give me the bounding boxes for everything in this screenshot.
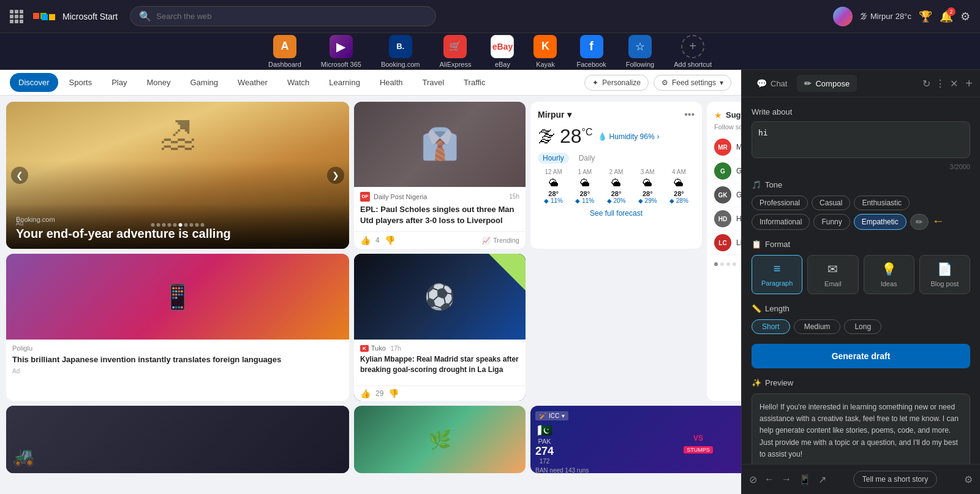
suggested-item-liverpool: LC Liverpool.com + [714,231,741,255]
format-ideas[interactable]: 💡 Ideas [864,255,914,294]
tab-health[interactable]: Health [371,73,412,92]
weather-humidity[interactable]: 💧 Humidity 96% › [598,132,660,141]
sidebar-add-btn[interactable]: + [965,77,973,91]
tab-play[interactable]: Play [103,73,135,92]
stop-icon[interactable]: ⊘ [749,474,757,485]
weather-tab-hourly[interactable]: Hourly [538,153,569,164]
shortcut-aliexpress[interactable]: 🛒 AliExpress [439,35,471,68]
weather-location[interactable]: Mirpur ▾ [538,110,571,120]
dislike-icon-scholes[interactable]: 👎 [385,235,395,245]
poliglu-source: Poliglu [12,344,343,352]
tone-empathetic[interactable]: Empathetic [854,214,907,230]
weather-icon-top: 🌫 [860,12,868,21]
shortcut-facebook[interactable]: f Facebook [576,35,606,68]
footer-settings-icon[interactable]: ⚙ [964,474,973,485]
shortcut-following[interactable]: ☆ Following [626,35,654,68]
notification-icon[interactable]: 🔔2 [940,10,953,23]
cricket-team-pak: 🇵🇰 PAK 274 172 [535,423,554,465]
generate-draft-button[interactable]: Generate draft [752,344,970,368]
weather-temp-main: 28°C [560,125,593,148]
weather-hour-2: 2 AM 🌥 28° ◆ 20% [600,169,631,204]
big-card[interactable]: 🏖 Booking.com Your end-of-year adventure… [6,102,349,249]
shortcut-microsoft365[interactable]: ▶ Microsoft 365 [321,35,361,68]
tone-casual[interactable]: Casual [812,196,850,210]
big-card-source: Booking.com [16,216,339,223]
sidebar-tab-compose[interactable]: ✏ Compose [797,75,857,92]
tone-buttons: Professional Casual Enthusiastic Informa… [752,196,970,230]
suggested-card: ★ Suggested for you ⋯ Follow sources to … [707,102,741,401]
tone-funny[interactable]: Funny [813,214,850,230]
tone-enthusiastic[interactable]: Enthusiastic [854,196,910,210]
news-card-scholes[interactable]: 👔 DP Daily Post Nigeria 15h EPL: Paul Sc… [354,102,526,249]
close-sidebar-icon[interactable]: ✕ [950,78,958,89]
nav-tab-right: ✦ Personalize ⚙ Feed settings ▾ [584,75,731,91]
bottom-video-card[interactable]: 🌿 [354,406,526,473]
tab-discover[interactable]: Discover [10,73,58,92]
tab-travel[interactable]: Travel [413,73,453,92]
weather-forecast-btn[interactable]: See full forecast [538,209,695,218]
mbappe-card[interactable]: ⚽ K Tuko 17h Kylian Mbappe: Real Madrid … [354,254,526,401]
tone-professional[interactable]: Professional [752,196,808,210]
share-icon[interactable]: ↗ [818,474,826,485]
grid-icon[interactable] [10,10,23,23]
dislike-icon-mbappe[interactable]: 👎 [388,389,399,398]
tone-arrow: ← [932,214,944,230]
weather-hour-4: 4 AM 🌥 28° ◆ 28% [663,169,695,204]
like-icon-mbappe[interactable]: 👍 [360,389,371,398]
tab-gaming[interactable]: Gaming [181,73,227,92]
search-bar[interactable]: 🔍 [130,6,436,26]
mobile-icon[interactable]: 📱 [799,474,811,485]
shortcut-add[interactable]: + Add shortcut [674,35,712,68]
tone-informational[interactable]: Informational [752,214,810,230]
user-location: Mirpur [870,12,893,21]
mbappe-title: Kylian Mbappe: Real Madrid star speaks a… [360,354,519,375]
tab-sports[interactable]: Sports [61,73,101,92]
trophy-icon[interactable]: 🏆 [919,10,932,23]
tab-traffic[interactable]: Traffic [455,73,494,92]
card-nav-right[interactable]: ❯ [327,167,344,184]
ms-logo [33,13,55,20]
shortcut-dashboard[interactable]: A Dashboard [268,35,301,68]
tab-watch[interactable]: Watch [279,73,318,92]
settings-icon[interactable]: ⚙ [960,10,970,23]
personalize-button[interactable]: ✦ Personalize [584,75,649,91]
sidebar-tab-chat[interactable]: 💬 Chat [749,75,794,92]
short-story-button[interactable]: Tell me a short story [853,471,937,488]
search-input[interactable] [156,12,427,21]
shortcut-ebay[interactable]: eBay eBay [491,35,514,68]
tab-learning[interactable]: Learning [320,73,369,92]
format-blogpost[interactable]: 📄 Blog post [919,255,970,294]
small-img-card-poliglu[interactable]: 📱 Poliglu This brilliant Japanese invent… [6,254,349,401]
back-icon[interactable]: ← [764,474,774,485]
top-right: 🌫 Mirpur 28°c 🏆 🔔2 ⚙ [833,7,970,26]
forward-icon[interactable]: → [782,474,791,485]
length-medium[interactable]: Medium [794,319,841,334]
shortcut-booking-label: Booking.com [381,61,420,68]
more-options-icon[interactable]: ⋮ [935,78,945,89]
shortcut-following-label: Following [626,61,654,68]
format-paragraph[interactable]: ≡ Paragraph [752,255,802,294]
shortcut-kayak[interactable]: K Kayak [533,35,557,68]
edge-icon[interactable] [833,7,853,26]
write-about-textarea[interactable]: hi [752,121,970,158]
like-icon-scholes[interactable]: 👍 [360,235,371,245]
tab-weather[interactable]: Weather [229,73,276,92]
tone-edit-btn[interactable]: ✏ [910,214,929,230]
suggested-star-icon: ★ [714,110,722,120]
feed-settings-button[interactable]: ⚙ Feed settings ▾ [654,75,731,91]
bottom-dark-card[interactable]: 🚜 [6,406,349,473]
refresh-icon[interactable]: ↻ [922,78,930,89]
news-source-scholes: DP Daily Post Nigeria 15h [360,192,519,202]
length-long[interactable]: Long [844,319,881,334]
email-label: Email [824,280,842,287]
shortcut-booking[interactable]: B. Booking.com [381,35,420,68]
card-nav-left[interactable]: ❮ [11,167,28,184]
weather-more-icon[interactable]: ••• [684,109,695,120]
format-email[interactable]: ✉ Email [807,255,858,294]
weather-tab-daily[interactable]: Daily [574,153,600,164]
length-short[interactable]: Short [752,319,790,334]
shortcut-dashboard-label: Dashboard [268,61,301,68]
mbappe-time: 17h [391,345,401,352]
cricket-dropdown[interactable]: ▾ [562,412,565,419]
tab-money[interactable]: Money [138,73,179,92]
